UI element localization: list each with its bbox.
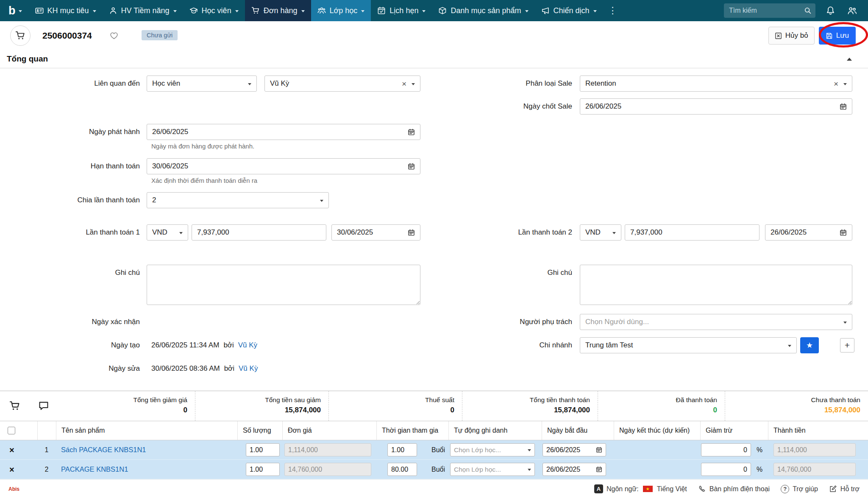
cart-tab-icon[interactable] — [9, 400, 20, 411]
product-link[interactable]: Sách PACKAGE KNBS1N1 — [61, 446, 146, 454]
modified-user-link[interactable]: Vũ Kỳ — [239, 364, 258, 372]
quantity-input[interactable] — [246, 463, 280, 476]
nav-item-hv-tiem-nang[interactable]: HV Tiềm năng — [103, 0, 183, 21]
duration-input[interactable] — [387, 443, 417, 456]
installments-value: 2 — [152, 196, 320, 204]
collapse-chevron-icon[interactable] — [847, 58, 852, 61]
order-type-button[interactable] — [10, 25, 31, 46]
modified-value: 30/06/2025 08:36 AMbởiVũ Kỳ — [151, 361, 258, 377]
branch-value: Trung tâm Test — [585, 341, 788, 350]
row-duration-cell: Buổi — [376, 440, 448, 459]
add-branch-button[interactable]: + — [840, 338, 854, 353]
related-entity-select[interactable]: Vũ Kỳ × — [264, 76, 420, 92]
chevron-down-icon — [593, 10, 597, 12]
comment-tab-icon[interactable] — [38, 400, 49, 411]
search-icon[interactable] — [800, 7, 815, 14]
section-title: Tổng quan — [7, 54, 48, 64]
product-link[interactable]: PACKAGE KNBS1N1 — [61, 465, 128, 473]
payment1-date-field[interactable]: 30/06/2025 — [331, 224, 420, 241]
clear-icon[interactable]: × — [402, 80, 406, 88]
payment1-amount-input[interactable] — [192, 224, 326, 241]
row-end-cell — [614, 460, 700, 479]
nav-label: Lịch hẹn — [389, 6, 418, 15]
sale-type-select[interactable]: Retention × — [580, 76, 852, 92]
row-qty-cell — [237, 440, 282, 459]
note-left-textarea[interactable] — [147, 265, 420, 305]
remove-row-icon[interactable]: × — [9, 465, 14, 474]
star-icon: ★ — [806, 341, 813, 350]
nav-item-lich-hen[interactable]: Lịch hẹn — [371, 0, 432, 21]
help-link[interactable]: ? Trợ giúp — [781, 485, 818, 493]
class-placeholder: Chọn Lớp học... — [454, 466, 501, 473]
issue-date-field[interactable]: 26/06/2025 — [147, 124, 420, 140]
created-user-link[interactable]: Vũ Kỳ — [238, 341, 257, 349]
note-right-textarea[interactable] — [580, 265, 852, 305]
payment2-date-field[interactable]: 26/06/2025 — [765, 224, 852, 241]
nav-item-kh-muc-tieu[interactable]: KH mục tiêu — [29, 0, 103, 21]
nav-item-don-hang[interactable]: Đơn hàng — [245, 0, 311, 21]
related-type-select[interactable]: Học viên — [147, 76, 257, 92]
header-quantity: Số lượng — [237, 421, 282, 440]
quantity-input[interactable] — [246, 443, 280, 456]
save-button[interactable]: Lưu — [819, 27, 856, 45]
cancel-button[interactable]: Hủy bỏ — [768, 27, 815, 45]
row-index: 2 — [37, 460, 56, 479]
nav-right-icons — [826, 6, 868, 16]
discount-input[interactable] — [701, 463, 751, 476]
users-admin-icon[interactable] — [847, 6, 857, 16]
chevron-down-icon — [248, 83, 251, 85]
payment2-amount-input[interactable] — [625, 224, 760, 241]
installments-select[interactable]: 2 — [147, 192, 329, 208]
branch-favorite-button[interactable]: ★ — [800, 337, 819, 353]
remove-row-icon[interactable]: × — [9, 446, 14, 454]
header-checkbox-cell — [0, 421, 37, 440]
duration-input[interactable] — [387, 463, 417, 476]
brand-logo[interactable]: Abis — [8, 486, 19, 492]
note-left-label: Ghi chú — [0, 265, 140, 281]
more-menu-icon[interactable]: ⋮ — [603, 0, 623, 21]
unit-price-input — [284, 443, 371, 456]
search-input[interactable] — [724, 7, 800, 14]
class-select[interactable]: Chọn Lớp học... — [450, 463, 535, 476]
total-discount: Tổng tiền giảm giá 0 — [68, 391, 195, 421]
nav-item-chien-dich[interactable]: Chiến dịch — [535, 0, 603, 21]
id-card-icon — [35, 6, 44, 15]
sale-type-label: Phân loại Sale — [424, 76, 572, 92]
start-date-field[interactable]: 26/06/2025 — [542, 463, 606, 476]
select-all-checkbox[interactable] — [8, 427, 15, 434]
nav-item-hoc-vien[interactable]: Học viên — [183, 0, 245, 21]
nav-label: Danh mục sản phẩm — [451, 6, 521, 15]
nav-item-lop-hoc[interactable]: Lớp học — [311, 0, 371, 21]
start-date-field[interactable]: 26/06/2025 — [542, 443, 606, 456]
phone-keypad-link[interactable]: Bàn phím điện thoại — [698, 485, 770, 493]
app-logo[interactable]: b — [0, 0, 29, 21]
payment1-currency-select[interactable]: VND — [147, 224, 188, 241]
note-right-label: Ghi chú — [424, 265, 572, 281]
nav-item-danh-muc-san-pham[interactable]: Danh mục sản phẩm — [432, 0, 534, 21]
assignee-select[interactable]: Chọn Người dùng... — [580, 314, 852, 330]
sale-close-date-field[interactable]: 26/06/2025 — [580, 98, 852, 115]
order-header: 2506000374 Chưa gửi Hủy bỏ Lưu — [0, 21, 868, 50]
class-select[interactable]: Chọn Lớp học... — [450, 443, 535, 456]
totals-cells: Tổng tiền giảm giá 0 Tổng tiền sau giảm … — [68, 391, 868, 421]
branch-select[interactable]: Trung tâm Test — [580, 337, 797, 353]
global-search — [724, 3, 815, 18]
due-date-field[interactable]: 30/06/2025 — [147, 158, 420, 174]
language-value: Tiếng Việt — [657, 485, 687, 493]
notifications-bell-icon[interactable] — [826, 6, 835, 16]
payment2-currency-select[interactable]: VND — [580, 224, 621, 241]
support-link[interactable]: Hỗ trợ — [829, 485, 860, 493]
clear-icon[interactable]: × — [834, 80, 838, 88]
row-remove-cell: × — [0, 460, 37, 479]
row-index: 1 — [37, 440, 56, 459]
language-switcher[interactable]: A Ngôn ngữ: ★ Tiếng Việt — [594, 484, 687, 493]
header-auto-enroll: Tự động ghi danh — [448, 421, 542, 440]
payment2-currency-value: VND — [585, 228, 612, 237]
favorite-heart-icon[interactable] — [109, 31, 119, 40]
page-footer: Abis A Ngôn ngữ: ★ Tiếng Việt Bàn phím đ… — [0, 479, 868, 498]
chevron-down-icon — [93, 10, 96, 12]
unit-price-input — [284, 463, 371, 476]
discount-input[interactable] — [701, 443, 751, 456]
row-start-cell: 26/06/2025 — [542, 440, 614, 459]
table-row: × 2 PACKAGE KNBS1N1 Buổi Chọn Lớp học...… — [0, 460, 868, 479]
